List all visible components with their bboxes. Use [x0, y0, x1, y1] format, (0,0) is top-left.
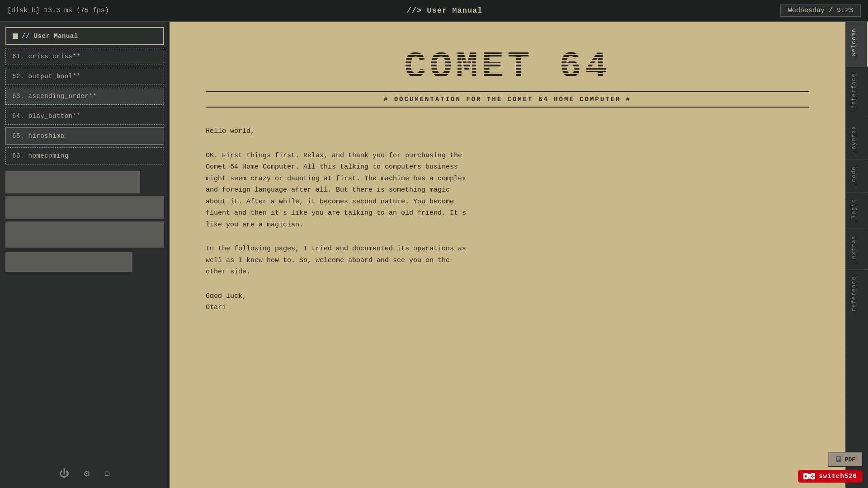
switch-icon [803, 472, 815, 481]
main-area: // User Manual 61. criss_criss** 62. out… [0, 22, 868, 488]
sidebar-empty-2 [5, 196, 164, 219]
home-icon[interactable]: ⌂ [104, 468, 110, 480]
tab-syntax[interactable]: _syntax [846, 119, 868, 160]
doc-paragraph1: OK. First things first. Relax, and thank… [206, 150, 468, 231]
sidebar-item-user-manual[interactable]: // User Manual [5, 27, 164, 45]
sidebar: // User Manual 61. criss_criss** 62. out… [0, 22, 170, 488]
tab-interface[interactable]: _interface [846, 66, 868, 119]
switch-brand: switch520 [798, 470, 863, 483]
clock: Wednesday / 9:23 [780, 5, 861, 17]
doc-title: COMET 64 [206, 49, 809, 86]
sidebar-item-62[interactable]: 62. output_bool** [5, 68, 164, 85]
window-title: //> User Manual [406, 6, 482, 15]
tab-reference[interactable]: _reference [846, 269, 868, 322]
document-area: COMET 64 # DOCUMENTATION FOR THE COMET 6… [170, 22, 845, 488]
sidebar-empty-4 [5, 252, 132, 272]
square-icon [13, 33, 18, 39]
svg-rect-6 [808, 474, 811, 479]
sidebar-item-64[interactable]: 64. play_button** [5, 108, 164, 125]
sidebar-item-65[interactable]: 65. hiroshima [5, 127, 164, 145]
svg-rect-3 [836, 460, 839, 460]
tab-extras[interactable]: _extras [846, 229, 868, 269]
tab-welcome[interactable]: _welcome [846, 22, 868, 66]
top-bar: [disk_b] 13.3 ms (75 fps) //> User Manua… [0, 0, 868, 22]
right-tabs: _welcome _interface _syntax _code _logic… [845, 22, 868, 488]
settings-icon[interactable]: ⚙ [84, 468, 90, 480]
power-icon[interactable]: ⏻ [59, 468, 69, 480]
svg-rect-1 [836, 458, 839, 458]
svg-point-8 [812, 474, 814, 476]
doc-greeting: Hello world, [206, 126, 468, 137]
sidebar-empty-3 [5, 221, 164, 248]
disk-info: [disk_b] 13.3 ms (75 fps) [7, 7, 109, 14]
sidebar-empty-1 [5, 171, 140, 193]
svg-point-11 [813, 476, 815, 477]
doc-subtitle: # DOCUMENTATION FOR THE COMET 64 HOME CO… [206, 91, 809, 108]
sidebar-item-63[interactable]: 63. ascending_order** [5, 88, 164, 105]
svg-rect-2 [836, 459, 840, 459]
svg-point-9 [812, 477, 814, 478]
svg-rect-0 [836, 456, 841, 463]
doc-signoff: Good luck, Otari [206, 291, 468, 314]
tab-code[interactable]: _code [846, 160, 868, 192]
svg-point-10 [811, 476, 812, 477]
bottom-corner: PDF switch520 [793, 446, 868, 488]
doc-title-block: COMET 64 # DOCUMENTATION FOR THE COMET 6… [206, 49, 809, 108]
doc-paragraph2: In the following pages, I tried and docu… [206, 243, 468, 278]
pdf-button[interactable]: PDF [828, 452, 863, 467]
pdf-icon [835, 455, 843, 464]
tab-logic[interactable]: _logic [846, 192, 868, 229]
doc-body: Hello world, OK. First things first. Rel… [206, 126, 468, 314]
sidebar-bottom-icons: ⏻ ⚙ ⌂ [5, 460, 164, 488]
sidebar-item-61[interactable]: 61. criss_criss** [5, 48, 164, 65]
svg-point-7 [805, 475, 807, 477]
sidebar-item-66[interactable]: 66. homecoming [5, 147, 164, 164]
